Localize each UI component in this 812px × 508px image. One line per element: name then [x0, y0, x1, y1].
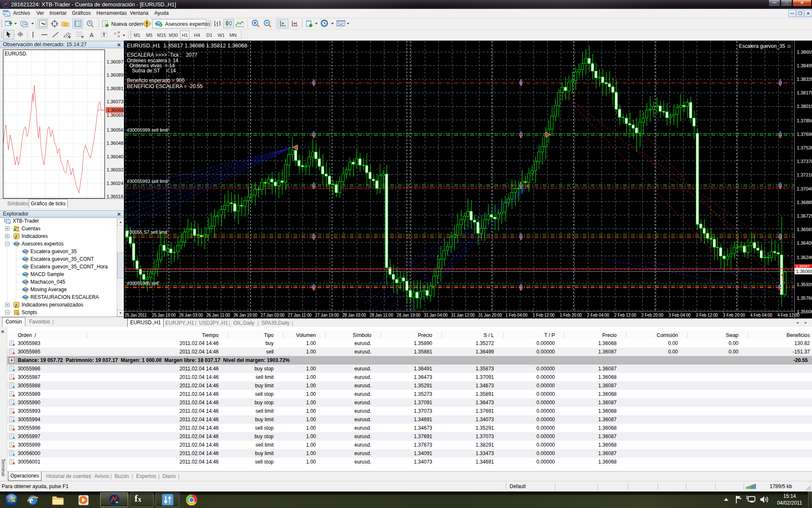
svg-text:1.36056: 1.36056: [107, 127, 123, 133]
svg-text:1.36097: 1.36097: [107, 59, 123, 64]
svg-text:1.36087: 1.36087: [796, 264, 810, 268]
svg-text:1.38335: 1.38335: [797, 77, 812, 82]
svg-text:31 Jan 12:00: 31 Jan 12:00: [451, 312, 475, 318]
svg-text:RESTAURACION ESCALERA: RESTAURACION ESCALERA: [30, 294, 99, 300]
svg-text:1 Feb 12:00: 1 Feb 12:00: [533, 312, 555, 318]
svg-text:26 Jan 11:00: 26 Jan 11:00: [206, 312, 230, 318]
svg-text:1.37045: 1.37045: [797, 186, 812, 191]
svg-text:Escalera guevon_35 ☺: Escalera guevon_35 ☺: [739, 43, 792, 49]
svg-text:25 Jan 19:00: 25 Jan 19:00: [152, 312, 176, 318]
svg-text:1.36405: 1.36405: [797, 240, 812, 246]
svg-text:1.38015: 1.38015: [797, 104, 812, 109]
svg-text:1 Feb 20:00: 1 Feb 20:00: [560, 312, 582, 318]
svg-text:Indicadores personalizados: Indicadores personalizados: [22, 302, 83, 308]
svg-text:28 Jan 19:00: 28 Jan 19:00: [397, 312, 420, 318]
svg-text:1.36068: 1.36068: [107, 108, 124, 113]
svg-text:1.36048: 1.36048: [107, 141, 123, 146]
svg-text:#30055985 sell’: #30055985 sell’: [127, 281, 159, 286]
svg-text:1.36024: 1.36024: [107, 181, 123, 186]
svg-text:Suma de ST = 14: Suma de ST = 14: [132, 68, 176, 74]
svg-text:27 Jan 19:00: 27 Jan 19:00: [315, 312, 339, 318]
svg-text:EURUSD.,H1 1.35817 1.36086 1.: EURUSD.,H1 1.35817 1.36086 1.35812 1.360…: [127, 42, 247, 49]
svg-text:1.37850: 1.37850: [797, 118, 812, 123]
svg-text:1.38175: 1.38175: [797, 90, 812, 95]
svg-text:#30055993 sell limit’: #30055993 sell limit’: [127, 179, 169, 184]
svg-text:XTB-Trader: XTB-Trader: [13, 219, 39, 224]
svg-text:28 Jan 11:00: 28 Jan 11:00: [370, 312, 393, 318]
svg-text:ESCALERA >>>> Tick : 2077: ESCALERA >>>> Tick : 2077: [127, 52, 198, 58]
svg-text:1.36065: 1.36065: [107, 113, 123, 118]
svg-text:Escalera guevon_35_CONT_Hora: Escalera guevon_35_CONT_Hora: [30, 264, 108, 270]
svg-text:Moving Average: Moving Average: [30, 287, 67, 293]
svg-text:1.36081: 1.36081: [107, 86, 123, 91]
svg-text:1.36565: 1.36565: [797, 227, 812, 232]
svg-text:1.37690: 1.37690: [797, 132, 812, 137]
svg-text:Indicadores: Indicadores: [22, 233, 48, 239]
svg-text:F: F: [82, 35, 84, 39]
svg-text:27 Jan 03:00: 27 Jan 03:00: [261, 312, 285, 318]
svg-text:26 Jan 19:00: 26 Jan 19:00: [233, 312, 257, 318]
svg-text:Cuentas: Cuentas: [22, 226, 41, 232]
svg-text:31 Jan 04:00: 31 Jan 04:00: [424, 312, 447, 318]
svg-text:1.36016: 1.36016: [107, 194, 123, 199]
svg-text:27 Jan 11:00: 27 Jan 11:00: [288, 312, 312, 318]
svg-text:3 Feb 04:00: 3 Feb 04:00: [669, 312, 691, 318]
svg-text:3 Feb 20:00: 3 Feb 20:00: [723, 312, 745, 318]
svg-text:EURUSD.: EURUSD.: [5, 51, 27, 57]
svg-text:1.38495: 1.38495: [797, 63, 812, 68]
svg-text:1.36073: 1.36073: [107, 99, 123, 104]
svg-text:e: e: [29, 495, 33, 505]
svg-text:MACD Sample: MACD Sample: [30, 271, 64, 277]
svg-text:4 Feb 12:00: 4 Feb 12:00: [777, 312, 799, 318]
svg-text:1.36040: 1.36040: [107, 154, 123, 159]
svg-text:1.35920: 1.35920: [797, 282, 812, 287]
svg-text:1.37530: 1.37530: [797, 145, 812, 150]
svg-text:Escalera guevon_35: Escalera guevon_35: [30, 248, 77, 254]
svg-text:1.36885: 1.36885: [797, 200, 812, 205]
svg-text:1.37370: 1.37370: [797, 159, 812, 164]
svg-text:31 Jan 20:00: 31 Jan 20:00: [478, 312, 502, 318]
svg-text:4 Feb 04:00: 4 Feb 04:00: [750, 312, 772, 318]
svg-text:Scripts: Scripts: [22, 309, 37, 315]
svg-text:Escalera guevon_35_CONT: Escalera guevon_35_CONT: [30, 256, 94, 262]
svg-text:3 Feb 12:00: 3 Feb 12:00: [696, 312, 718, 318]
svg-text:Asesores expertos: Asesores expertos: [22, 241, 63, 247]
svg-text:26 Jan 03:00: 26 Jan 03:00: [179, 312, 203, 318]
svg-text:1.36240: 1.36240: [797, 255, 812, 260]
svg-text:#30055 S7 sell limit’: #30055 S7 sell limit’: [127, 229, 168, 235]
svg-text:T: T: [103, 32, 106, 37]
svg-text:2 Feb 20:00: 2 Feb 20:00: [642, 312, 664, 318]
svg-text:BENEFICIO ESCALERA = -20.55: BENEFICIO ESCALERA = -20.55: [127, 83, 203, 89]
svg-text:25 Jan 2011: 25 Jan 2011: [125, 312, 147, 318]
svg-text:2 Feb 12:00: 2 Feb 12:00: [614, 312, 636, 318]
svg-text:1.37210: 1.37210: [797, 172, 812, 177]
svg-text:Machacon_045: Machacon_045: [30, 279, 65, 285]
svg-text:#30055999 sell limit’: #30055999 sell limit’: [127, 127, 169, 133]
svg-text:1.36089: 1.36089: [107, 72, 123, 77]
svg-text:1.36032: 1.36032: [107, 167, 123, 172]
svg-text:Beneficio esperado = 900: Beneficio esperado = 900: [127, 77, 185, 83]
svg-text:E: E: [69, 35, 71, 39]
svg-text:1.36068: 1.36068: [796, 269, 812, 274]
svg-text:1.35760: 1.35760: [797, 295, 812, 301]
svg-text:1.38655: 1.38655: [797, 50, 812, 55]
svg-text:2 Feb 04:00: 2 Feb 04:00: [587, 312, 609, 318]
svg-text:28 Jan 03:00: 28 Jan 03:00: [342, 312, 366, 318]
svg-text:1 Feb 04:00: 1 Feb 04:00: [505, 312, 527, 318]
svg-text:1.36725: 1.36725: [797, 213, 812, 218]
